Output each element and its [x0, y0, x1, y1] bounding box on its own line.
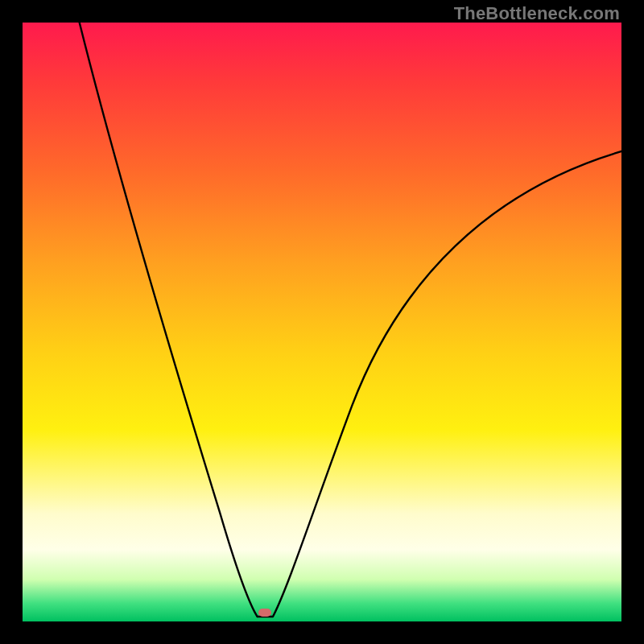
chart-frame [23, 23, 621, 621]
watermark-text: TheBottleneck.com [454, 3, 620, 24]
optimum-marker [258, 609, 271, 617]
gradient-background [23, 23, 621, 621]
